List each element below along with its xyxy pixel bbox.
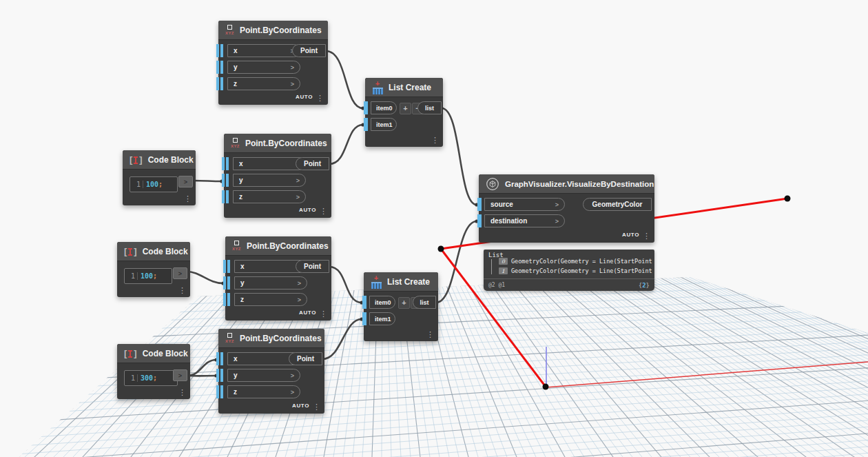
code-editor[interactable]: 1 100 ; [124,268,172,284]
lacing-label[interactable]: AUTO [292,403,309,409]
port-marker [227,260,230,273]
default-value-chevron[interactable]: > [555,218,559,225]
wire-cb1-to-pbc2-y[interactable] [194,181,222,181]
default-value-chevron[interactable]: > [291,372,294,379]
code-editor[interactable]: 1 100 ; [130,176,178,192]
node-list-create-2[interactable]: + List Create item0 item1 + − list ⋮ [364,272,438,341]
input-port-z[interactable]: z> [225,293,307,306]
output-port-list[interactable]: list [417,101,442,114]
port-marker [220,77,223,90]
geometry-point [543,384,549,390]
code-text[interactable]: 300 [138,374,153,382]
lacing-label[interactable]: AUTO [296,94,313,100]
node-code-block-2[interactable]: [] Code Block 1 100 ; > ⋮ [117,242,190,297]
default-value-chevron[interactable]: > [296,177,300,184]
lacing-label[interactable]: AUTO [622,232,639,238]
output-port-geometrycolor[interactable]: GeometryColor [583,198,652,211]
input-port-y[interactable]: y> [225,276,307,290]
node-header[interactable]: + List Create [365,78,443,97]
node-header[interactable]: [] Code Block [123,150,196,170]
menu-dots-icon[interactable]: ⋮ [313,403,320,411]
preview-list-item[interactable]: 0 GeometryColor(Geometry = Line(StartPoi… [499,257,652,265]
code-editor[interactable]: 1 300 ; [124,370,178,386]
default-value-chevron[interactable]: > [291,81,294,88]
output-port-point[interactable]: Point [296,157,329,170]
menu-dots-icon[interactable]: ⋮ [431,136,439,144]
node-header[interactable]: + List Create [364,272,438,292]
default-value-chevron[interactable]: > [555,201,559,208]
lacing-label[interactable]: AUTO [299,207,316,213]
input-port-item0[interactable]: item0 [364,296,395,309]
add-input-button[interactable]: + [400,103,411,114]
input-port-source[interactable]: source> [479,198,568,211]
input-port-z[interactable]: z> [218,385,300,398]
output-port-code[interactable]: > [173,267,187,279]
default-value-chevron[interactable]: > [291,389,294,396]
node-point-bycoordinates-1[interactable]: XYZ Point.ByCoordinates x> y> z> Point A… [218,21,328,105]
port-label: y [240,279,245,287]
preview-tree-line [491,259,492,274]
dynamo-canvas[interactable]: XYZ Point.ByCoordinates x> y> z> Point A… [0,0,868,457]
node-graphvisualizer-visualizebydestination[interactable]: GraphVisualizer.VisualizeByDestination s… [479,174,654,243]
node-code-block-3[interactable]: [] Code Block 1 300 ; > ⋮ [117,344,190,399]
menu-dots-icon[interactable]: ⋮ [178,287,186,294]
input-port-item1[interactable]: item1 [365,118,397,131]
output-port-code[interactable]: > [178,176,193,187]
wire-cb2-to-pbc3-y[interactable] [187,272,223,283]
menu-dots-icon[interactable]: ⋮ [184,195,192,203]
preview-bubble[interactable]: List 0 GeometryColor(Geometry = Line(Sta… [484,250,654,291]
node-point-bycoordinates-2[interactable]: XYZ Point.ByCoordinates x> y> z> Point A… [224,134,331,218]
wire-pbc1-to-lc1-item0[interactable] [326,51,363,108]
menu-dots-icon[interactable]: ⋮ [316,94,324,102]
node-header[interactable]: [] Code Block [117,242,190,261]
add-input-button[interactable]: + [398,297,410,309]
list-count-badge: {2} [639,282,650,289]
port-label: list [413,296,436,309]
port-label: Point [296,260,329,273]
default-value-chevron[interactable]: > [296,194,300,201]
output-port-code[interactable]: > [173,369,187,381]
input-port-y[interactable]: y> [224,174,306,187]
output-port-point[interactable]: Point [292,44,326,57]
node-point-bycoordinates-3[interactable]: XYZ Point.ByCoordinates x> y> z> Point A… [225,236,331,321]
menu-dots-icon[interactable]: ⋮ [320,207,327,215]
menu-dots-icon[interactable]: ⋮ [178,389,186,396]
node-code-block-1[interactable]: [] Code Block 1 100 ; > ⋮ [123,150,196,205]
preview-list-item[interactable]: 1 GeometryColor(Geometry = Line(StartPoi… [499,267,652,275]
node-list-create-1[interactable]: + List Create item0 item1 + − list ⋮ [365,78,443,147]
input-port-z[interactable]: z> [218,77,300,90]
input-port-x[interactable]: x> [224,157,306,170]
output-port-point[interactable]: Point [289,352,322,365]
input-port-z[interactable]: z> [224,190,306,203]
node-header[interactable]: GraphVisualizer.VisualizeByDestination [479,174,654,194]
node-header[interactable]: [] Code Block [117,344,190,363]
default-value-chevron[interactable]: > [291,64,294,71]
node-header[interactable]: XYZ Point.ByCoordinates [224,134,331,153]
default-value-chevron[interactable]: > [298,280,301,287]
input-port-y[interactable]: y> [218,369,300,382]
node-title: Point.ByCoordinates [240,26,322,35]
node-header[interactable]: XYZ Point.ByCoordinates [225,236,331,256]
node-header[interactable]: XYZ Point.ByCoordinates [218,329,324,348]
menu-dots-icon[interactable]: ⋮ [643,232,650,240]
port-label: x [240,263,245,270]
code-text[interactable]: 100 [143,181,158,188]
wire-cb3-to-pbc4-x[interactable] [187,360,216,376]
input-port-destination[interactable]: destination> [479,214,568,227]
lacing-label[interactable]: AUTO [299,309,316,316]
wire-pbc2-to-lc1-item1[interactable] [329,125,363,164]
output-port-list[interactable]: list [413,296,436,309]
wire-lc2-to-gv-destination[interactable] [436,221,477,303]
menu-dots-icon[interactable]: ⋮ [426,331,434,338]
code-text[interactable]: 100 [138,272,153,280]
input-port-x[interactable]: x> [218,44,300,57]
default-value-chevron[interactable]: > [298,296,301,303]
menu-dots-icon[interactable]: ⋮ [320,310,327,318]
wire-lc1-to-gv-source[interactable] [442,108,477,205]
input-port-item1[interactable]: item1 [364,312,395,325]
node-header[interactable]: XYZ Point.ByCoordinates [218,21,328,40]
output-port-point[interactable]: Point [296,260,329,273]
node-point-bycoordinates-4[interactable]: XYZ Point.ByCoordinates x> y> z> Point A… [218,329,324,414]
input-port-item0[interactable]: item0 [365,101,397,114]
input-port-y[interactable]: y> [218,61,300,74]
